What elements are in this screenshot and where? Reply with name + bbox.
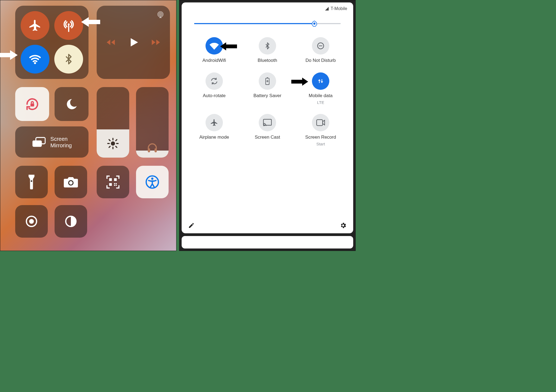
settings-button[interactable]: [340, 222, 347, 230]
svg-line-15: [116, 146, 117, 147]
brightness-slider[interactable]: [194, 20, 341, 27]
airplay-icon[interactable]: [156, 11, 165, 20]
camera-button[interactable]: [55, 166, 87, 198]
svg-marker-39: [220, 42, 237, 50]
airplane-icon: [28, 19, 42, 32]
svg-rect-27: [116, 183, 117, 184]
brightness-thumb-icon: [311, 20, 318, 27]
svg-rect-43: [267, 77, 268, 78]
annotation-arrow-cellular: [81, 16, 100, 28]
svg-marker-35: [81, 17, 100, 27]
qs-label: Airplane mode: [199, 135, 229, 140]
screen-mirroring-icon: [32, 137, 46, 148]
dnd-icon: [312, 37, 329, 55]
brightness-slider[interactable]: [97, 87, 129, 158]
svg-rect-45: [263, 119, 271, 125]
carrier-label: T-Mobile: [331, 6, 347, 11]
record-icon: [25, 215, 38, 228]
qs-label: Auto-rotate: [203, 93, 226, 98]
svg-rect-24: [114, 178, 117, 181]
qs-label: Screen Record: [305, 135, 336, 140]
orientation-lock-button[interactable]: [15, 87, 49, 121]
android-bottom-bar: [188, 220, 347, 230]
wifi-button[interactable]: [21, 45, 49, 74]
previous-track-button[interactable]: [105, 37, 116, 48]
qs-wifi[interactable]: AndroidWifi: [188, 37, 241, 63]
cellular-data-button[interactable]: [54, 11, 83, 40]
svg-rect-19: [154, 148, 157, 152]
orientation-lock-icon: [24, 96, 40, 112]
qr-scanner-button[interactable]: [97, 166, 129, 198]
ios-control-center: Screen Mirroring: [0, 0, 176, 251]
connectivity-pod: [15, 6, 89, 79]
svg-marker-36: [0, 50, 18, 60]
screen-mirroring-label: Screen Mirroring: [50, 136, 72, 149]
flashlight-button[interactable]: [15, 166, 48, 198]
cellular-antenna-icon: [62, 18, 76, 33]
mobile-data-icon: [312, 72, 329, 90]
edit-button[interactable]: [188, 222, 195, 230]
qs-label: Do Not Disturb: [305, 58, 336, 63]
android-quick-settings: T-Mobile AndroidWifi: [179, 0, 356, 251]
airplane-icon: [206, 114, 223, 131]
svg-rect-29: [116, 185, 117, 186]
brightness-fill: [97, 129, 129, 158]
accessibility-icon: [145, 175, 160, 189]
qs-screen-record[interactable]: Screen Record Start: [294, 114, 347, 146]
svg-point-22: [69, 181, 73, 185]
svg-point-20: [31, 180, 32, 182]
svg-line-14: [109, 140, 110, 141]
qs-screen-cast[interactable]: Screen Cast: [241, 114, 294, 146]
sun-icon: [107, 137, 119, 150]
svg-rect-26: [114, 183, 115, 184]
svg-point-38: [313, 23, 315, 25]
svg-point-4: [159, 13, 162, 16]
battery-saver-icon: [259, 72, 276, 90]
volume-slider[interactable]: [136, 87, 169, 158]
bluetooth-button[interactable]: [54, 45, 83, 74]
qs-label: Screen Cast: [255, 135, 280, 140]
qs-grid: AndroidWifi Bluetooth Do Not Disturb: [188, 37, 347, 220]
qs-label: Bluetooth: [258, 58, 277, 63]
qs-auto-rotate[interactable]: Auto-rotate: [188, 72, 241, 105]
svg-point-46: [263, 125, 264, 126]
accessibility-button[interactable]: [136, 166, 169, 198]
svg-rect-8: [32, 140, 42, 146]
svg-point-9: [111, 141, 115, 145]
qs-sublabel: Start: [316, 142, 325, 146]
play-button[interactable]: [127, 36, 140, 49]
android-card: T-Mobile AndroidWifi: [182, 2, 353, 233]
qs-sublabel: LTE: [317, 100, 324, 105]
flashlight-icon: [26, 175, 37, 189]
screen-record-icon: [312, 114, 329, 131]
svg-line-16: [109, 146, 110, 147]
qs-airplane[interactable]: Airplane mode: [188, 114, 241, 146]
airplane-mode-button[interactable]: [21, 11, 49, 40]
qs-dnd[interactable]: Do Not Disturb: [294, 37, 347, 63]
dark-mode-button[interactable]: [55, 205, 87, 238]
auto-rotate-icon: [206, 72, 223, 90]
screen-record-button[interactable]: [15, 205, 48, 238]
moon-icon: [65, 97, 78, 111]
qs-mobile-data[interactable]: Mobile data LTE: [294, 72, 347, 105]
wifi-icon: [28, 52, 42, 66]
qs-battery-saver[interactable]: Battery Saver: [241, 72, 294, 105]
do-not-disturb-button[interactable]: [55, 87, 89, 121]
qs-label: AndroidWifi: [203, 58, 226, 63]
svg-marker-44: [291, 78, 308, 86]
svg-rect-23: [109, 178, 112, 181]
gear-icon: [340, 222, 347, 229]
media-controls-pod: [97, 6, 170, 79]
next-track-button[interactable]: [150, 37, 161, 48]
brightness-fill: [194, 23, 314, 24]
signal-icon: [325, 7, 329, 11]
svg-rect-47: [317, 120, 323, 126]
notification-peek[interactable]: [182, 236, 353, 248]
camera-icon: [63, 176, 78, 188]
qs-bluetooth[interactable]: Bluetooth: [241, 37, 294, 63]
qs-label: Battery Saver: [254, 93, 282, 98]
screen-mirroring-button[interactable]: Screen Mirroring: [15, 126, 89, 158]
panel-divider: [176, 0, 179, 251]
svg-point-33: [29, 219, 34, 224]
status-bar: T-Mobile: [188, 6, 347, 11]
